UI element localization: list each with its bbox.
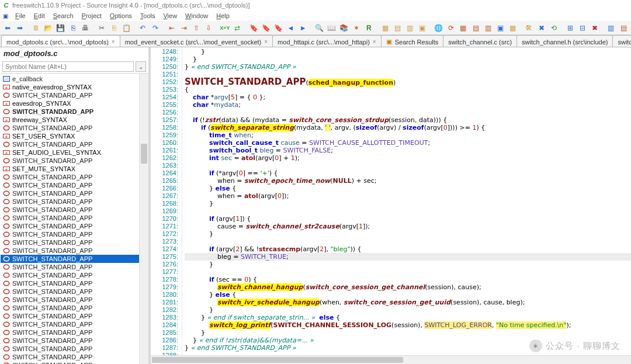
symbol-search-button[interactable]: ⌄ bbox=[136, 61, 146, 72]
save-button[interactable]: 💾 bbox=[55, 22, 66, 34]
symbol-list-item[interactable]: SWITCH_STANDARD_APP bbox=[1, 173, 148, 181]
nav-back-button[interactable]: ⬅ bbox=[2, 22, 13, 34]
code-line[interactable]: } « end SWITCH_STANDARD_APP » bbox=[185, 63, 631, 71]
block-down-button[interactable]: ⇩ bbox=[203, 22, 214, 34]
code-line[interactable]: } bbox=[185, 306, 631, 314]
document-tab[interactable]: switch_channel.h (src\include) bbox=[516, 35, 613, 47]
symbol-list-item[interactable]: SWITCH_STANDARD_APP bbox=[1, 230, 148, 238]
code-line[interactable]: } « end if !zstr(data)&&(mydata=... » bbox=[185, 337, 631, 344]
prev-diff-button[interactable]: ◄ bbox=[285, 22, 296, 34]
document-tab[interactable]: switch_console.h (src\inclu bbox=[612, 35, 631, 47]
toggle-sym-button[interactable]: X=Y bbox=[219, 22, 230, 34]
menu-view[interactable]: View bbox=[159, 12, 181, 20]
code-line[interactable]: } « end SWITCH_STANDARD_APP » bbox=[185, 344, 631, 352]
symbol-list-item[interactable]: SWITCH_STANDARD_APP bbox=[1, 353, 148, 361]
code-line[interactable]: when = atol(argv[0]); bbox=[185, 192, 631, 200]
tab-close-icon[interactable]: × bbox=[264, 39, 268, 45]
symbol-list-item[interactable]: SWITCH_STANDARD_APP bbox=[1, 255, 148, 263]
paste-button[interactable]: 📋 bbox=[121, 22, 132, 34]
code-line[interactable]: bleg = SWITCH_TRUE; bbox=[185, 253, 631, 261]
symbol-list-item[interactable]: SWITCH_STANDARD_APP bbox=[1, 157, 148, 165]
symbol-list-item[interactable]: SWITCH_STANDARD_APP bbox=[1, 287, 148, 296]
code-line[interactable]: switch_bool_t bleg = SWITCH_FALSE; bbox=[185, 147, 631, 154]
code-line[interactable]: if (*argv[0] == '+') { bbox=[185, 169, 631, 177]
copy-button[interactable]: ⎘ bbox=[109, 22, 120, 34]
code-line[interactable]: } « end if switch_separate_strin... » el… bbox=[185, 314, 631, 321]
symbol-list-item[interactable]: #SET_AUDIO_LEVEL_SYNTAX bbox=[1, 148, 148, 157]
symbol-list-item[interactable]: SWITCH_STANDARD_APP bbox=[1, 189, 148, 197]
block-up-button[interactable]: ⇧ bbox=[190, 22, 202, 34]
symbol-list-item[interactable]: SWITCH_STANDARD_APP bbox=[1, 140, 148, 148]
reparse-button[interactable]: ⟲ bbox=[548, 22, 559, 34]
code-line[interactable]: if (argv[1]) { bbox=[185, 215, 631, 223]
open-file-button[interactable]: 📂 bbox=[43, 22, 54, 34]
symbol-search-input[interactable] bbox=[2, 61, 134, 72]
code-line[interactable]: time_t when; bbox=[185, 131, 631, 139]
code-line[interactable]: int sec = atol(argv[0] + 1); bbox=[185, 154, 631, 162]
document-tab[interactable]: switch_channel.c (src) bbox=[443, 35, 517, 47]
symbol-list-item[interactable]: #threeway_SYNTAX bbox=[1, 116, 148, 124]
indent-right-button[interactable]: ⇥ bbox=[178, 22, 189, 34]
sidebar-scrollbar[interactable] bbox=[139, 74, 148, 364]
menu-options[interactable]: Options bbox=[106, 12, 136, 20]
code-line[interactable]: char *mydata; bbox=[185, 101, 631, 109]
menu-help[interactable]: Help bbox=[212, 12, 234, 20]
cut-button[interactable]: ✂ bbox=[96, 22, 108, 34]
stop-button[interactable]: ✖ bbox=[536, 22, 547, 34]
indent-left-button[interactable]: ⇤ bbox=[166, 22, 177, 34]
panel-d-button[interactable]: ▣ bbox=[417, 22, 428, 34]
symbol-list-item[interactable]: SWITCH_STANDARD_APP bbox=[1, 238, 148, 247]
code-line[interactable]: if (switch_separate_string(mydata, ' ', … bbox=[185, 124, 631, 131]
code-line[interactable]: } bbox=[185, 200, 631, 207]
proj-b-button[interactable]: ▤ bbox=[470, 22, 481, 34]
find-button[interactable]: 🔍 bbox=[314, 22, 325, 34]
symbol-list-item[interactable]: e_callback bbox=[1, 75, 148, 83]
code-line[interactable]: } bbox=[185, 230, 631, 238]
panel-a-button[interactable]: ▦ bbox=[380, 22, 391, 34]
symbol-list-item[interactable]: SWITCH_STANDARD_APP bbox=[1, 304, 148, 312]
toggle-ref-button[interactable]: ⇄ bbox=[232, 22, 243, 34]
code-line[interactable] bbox=[185, 109, 631, 116]
save-all-button[interactable]: ⎘ bbox=[68, 22, 79, 34]
symbol-list-item[interactable]: #eavesdrop_SYNTAX bbox=[1, 99, 148, 108]
symbol-list-item[interactable]: #SET_MUTE_SYNTAX bbox=[1, 165, 148, 173]
code-content[interactable]: } }} « end SWITCH_STANDARD_APP » SWITCH_… bbox=[182, 47, 631, 364]
new-file-button[interactable]: 🗎 bbox=[30, 22, 41, 34]
code-line[interactable]: cause = switch_channel_str2cause(argv[1]… bbox=[185, 223, 631, 230]
proj-e-button[interactable]: ▦ bbox=[507, 22, 518, 34]
document-tab[interactable]: mod_httapi.c (src\...\mod_httapi)× bbox=[272, 35, 382, 47]
symbol-list-item[interactable]: SWITCH_STANDARD_APP bbox=[1, 296, 148, 304]
symbol-list-item[interactable]: SWITCH_STANDARD_APP bbox=[1, 124, 148, 132]
redo-button[interactable]: ↷ bbox=[150, 22, 161, 34]
code-line[interactable]: if (sec == 0) { bbox=[185, 276, 631, 283]
menu-edit[interactable]: Edit bbox=[30, 12, 49, 20]
code-line[interactable]: } else { bbox=[185, 291, 631, 299]
proj-a-button[interactable]: ▦ bbox=[457, 22, 469, 34]
code-line[interactable]: switch_ivr_schedule_hangup(when, switch_… bbox=[185, 299, 631, 306]
bookmark-b-button[interactable]: 🔖 bbox=[261, 22, 272, 34]
code-line[interactable]: } bbox=[185, 329, 631, 337]
code-line[interactable]: if (!zstr(data) && (mydata = switch_core… bbox=[185, 116, 631, 124]
code-editor[interactable]: 1248:1249:1250:1251:1252:1253:1254:1255:… bbox=[151, 47, 631, 364]
bookmark-a-button[interactable]: 🔖 bbox=[248, 22, 259, 34]
symbol-list-item[interactable]: SWITCH_STANDARD_APP bbox=[1, 214, 148, 222]
symbol-list-item[interactable]: SWITCH_STANDARD_APP bbox=[1, 247, 148, 255]
code-line[interactable]: switch_channel_hangup(switch_core_sessio… bbox=[185, 283, 631, 291]
document-tab[interactable]: mod_event_socket.c (src\...\mod_event_so… bbox=[120, 35, 273, 47]
menu-file[interactable]: File bbox=[11, 12, 30, 20]
print-button[interactable]: 🖶 bbox=[80, 22, 91, 34]
editor-h-scrollbar[interactable] bbox=[151, 355, 631, 364]
tile-v-button[interactable]: ⊟ bbox=[577, 22, 588, 34]
browse-button[interactable]: 📚 bbox=[338, 22, 349, 34]
menu-tools[interactable]: Tools bbox=[136, 12, 160, 20]
tab-close-icon[interactable]: × bbox=[112, 39, 115, 45]
code-line[interactable] bbox=[185, 162, 631, 169]
symbol-list-item[interactable]: SWITCH_STANDARD_APP bbox=[1, 91, 148, 99]
symbol-list-item[interactable]: SWITCH_STANDARD_APP bbox=[1, 271, 148, 279]
symbol-list-item[interactable]: SWITCH_STANDARD_APP bbox=[1, 181, 148, 189]
code-line[interactable]: } bbox=[185, 261, 631, 268]
code-line[interactable] bbox=[185, 207, 631, 215]
panel-b-button[interactable]: ▤ bbox=[392, 22, 403, 34]
symbol-list-item[interactable]: SWITCH_STANDARD_APP bbox=[1, 320, 148, 328]
tile-h-button[interactable]: ⊞ bbox=[564, 22, 575, 34]
